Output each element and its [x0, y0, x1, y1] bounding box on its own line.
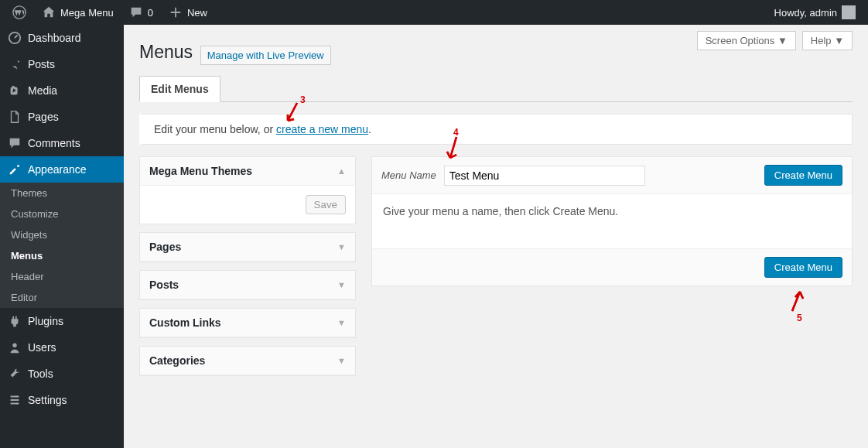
submenu-menus[interactable]: Menus [0, 245, 124, 266]
account-link[interactable]: Howdy, admin [768, 0, 862, 25]
sidebar-item-label: Users [28, 341, 56, 354]
sidebar-item-comments[interactable]: Comments [0, 130, 124, 156]
menu-edit-panel: Menu Name Create Menu Give your menu a n… [371, 156, 853, 286]
comment-icon [8, 136, 22, 150]
sidebar-item-label: Comments [28, 137, 80, 149]
menu-name-input[interactable] [444, 166, 645, 186]
sidebar-item-dashboard[interactable]: Dashboard [0, 25, 124, 51]
sidebar-item-tools[interactable]: Tools [0, 361, 124, 387]
home-icon [42, 5, 56, 19]
nav-tabs: Edit Menus [139, 76, 853, 102]
metabox-mega-menu-themes: Mega Menu Themes ▲ Save [139, 156, 356, 224]
sidebar-item-appearance[interactable]: Appearance [0, 156, 124, 183]
metabox-custom-links: Custom Links ▼ [139, 308, 356, 338]
submenu-themes[interactable]: Themes [0, 183, 124, 203]
new-link[interactable]: New [162, 0, 214, 25]
submenu-editor[interactable]: Editor [0, 287, 124, 308]
comments-count: 0 [148, 7, 153, 19]
chevron-down-icon: ▼ [337, 280, 346, 289]
howdy-text: Howdy, admin [774, 7, 837, 19]
submenu-widgets[interactable]: Widgets [0, 224, 124, 245]
metabox-head-posts[interactable]: Posts ▼ [140, 271, 355, 299]
new-label: New [187, 7, 207, 19]
svg-point-3 [15, 395, 18, 398]
notice-prefix: Edit your menu below, or [154, 123, 276, 135]
sidebar-item-label: Posts [28, 58, 55, 70]
sidebar-item-users[interactable]: Users [0, 334, 124, 361]
chevron-down-icon: ▼ [337, 318, 346, 327]
sidebar-item-label: Plugins [28, 315, 63, 327]
metabox-posts: Posts ▼ [139, 270, 356, 300]
menu-body-text: Give your menu a name, then click Create… [372, 194, 852, 248]
sidebar-item-label: Media [28, 84, 57, 97]
page-icon [8, 110, 22, 124]
plugin-icon [8, 314, 22, 328]
wordpress-icon [12, 5, 26, 19]
sidebar-item-label: Tools [28, 368, 53, 380]
appearance-icon [8, 162, 22, 176]
chevron-down-icon: ▼ [337, 242, 346, 251]
sidebar-item-posts[interactable]: Posts [0, 51, 124, 77]
metabox-pages: Pages ▼ [139, 232, 356, 262]
user-icon [8, 340, 22, 354]
chevron-down-icon: ▼ [337, 356, 346, 365]
settings-icon [8, 393, 22, 407]
svg-point-2 [12, 344, 16, 347]
screen-options-button[interactable]: Screen Options ▼ [697, 31, 796, 50]
chevron-up-icon: ▲ [337, 166, 346, 176]
sidebar-item-pages[interactable]: Pages [0, 104, 124, 130]
help-button[interactable]: Help ▼ [802, 31, 853, 50]
tool-icon [8, 367, 22, 381]
sidebar-item-media[interactable]: Media [0, 77, 124, 104]
edit-notice: Edit your menu below, or create a new me… [139, 114, 853, 145]
submenu-header[interactable]: Header [0, 266, 124, 287]
metabox-head-mega[interactable]: Mega Menu Themes ▲ [140, 157, 355, 186]
sidebar-item-label: Pages [28, 111, 59, 123]
metabox-categories: Categories ▼ [139, 346, 356, 376]
avatar [842, 5, 856, 19]
metabox-head-pages[interactable]: Pages ▼ [140, 233, 355, 262]
sidebar-item-label: Settings [28, 394, 67, 406]
admin-sidebar: Dashboard Posts Media Pages Comments App… [0, 25, 124, 448]
sidebar-item-plugins[interactable]: Plugins [0, 308, 124, 334]
submenu-customize[interactable]: Customize [0, 203, 124, 224]
site-name: Mega Menu [60, 7, 114, 19]
page-title: Menus [139, 42, 193, 63]
metabox-head-custom-links[interactable]: Custom Links ▼ [140, 309, 355, 337]
svg-point-4 [12, 399, 14, 402]
menu-name-label: Menu Name [381, 169, 436, 181]
create-menu-button-top[interactable]: Create Menu [764, 165, 842, 186]
sidebar-item-label: Appearance [28, 163, 87, 176]
comment-icon [129, 5, 143, 19]
appearance-submenu: Themes Customize Widgets Menus Header Ed… [0, 183, 124, 308]
admin-bar: Mega Menu 0 New Howdy, admin [0, 0, 868, 25]
dashboard-icon [8, 31, 22, 45]
media-icon [8, 84, 22, 97]
plus-icon [169, 5, 183, 19]
main-content: Screen Options ▼ Help ▼ Menus Manage wit… [124, 25, 868, 448]
pin-icon [8, 57, 22, 71]
save-button[interactable]: Save [306, 195, 346, 214]
svg-point-5 [15, 402, 18, 405]
create-new-menu-link[interactable]: create a new menu [276, 123, 368, 135]
create-menu-button-bottom[interactable]: Create Menu [764, 257, 842, 278]
wp-logo[interactable] [6, 0, 32, 25]
live-preview-button[interactable]: Manage with Live Preview [200, 46, 331, 65]
tab-edit-menus[interactable]: Edit Menus [139, 76, 220, 102]
notice-suffix: . [368, 123, 371, 135]
sidebar-item-settings[interactable]: Settings [0, 387, 124, 413]
metabox-head-categories[interactable]: Categories ▼ [140, 347, 355, 375]
sidebar-item-label: Dashboard [28, 32, 81, 44]
site-name-link[interactable]: Mega Menu [36, 0, 120, 25]
comments-link[interactable]: 0 [123, 0, 159, 25]
